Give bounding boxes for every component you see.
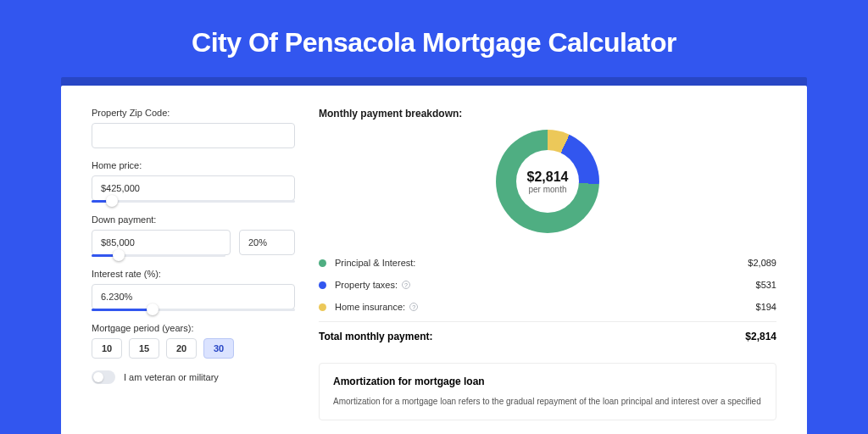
home-price-slider-thumb[interactable] (106, 195, 118, 207)
donut-sub: per month (528, 185, 566, 194)
donut-chart: $2,814 per month (496, 130, 599, 233)
period-10-button[interactable]: 10 (92, 338, 122, 359)
page-title: City Of Pensacola Mortgage Calculator (0, 0, 868, 77)
line-value: $194 (756, 302, 776, 312)
toggle-knob (93, 372, 103, 382)
breakdown-title: Monthly payment breakdown: (319, 108, 776, 120)
down-payment-field: Down payment: (92, 214, 295, 257)
results-panel: Monthly payment breakdown: $2,814 per mo… (319, 108, 776, 434)
donut-chart-wrap: $2,814 per month (319, 130, 776, 233)
mortgage-period-field: Mortgage period (years): 10 15 20 30 (92, 323, 295, 359)
amortization-box: Amortization for mortgage loan Amortizat… (319, 363, 776, 420)
zip-field: Property Zip Code: (92, 108, 295, 148)
veteran-toggle[interactable] (92, 370, 115, 384)
line-label: Property taxes: ? (335, 280, 756, 290)
inputs-panel: Property Zip Code: Home price: Down paym… (92, 108, 295, 434)
veteran-toggle-row: I am veteran or military (92, 370, 295, 384)
home-price-field: Home price: (92, 160, 295, 203)
card-backdrop: Property Zip Code: Home price: Down paym… (61, 77, 807, 434)
interest-rate-slider-thumb[interactable] (147, 303, 159, 315)
interest-rate-field: Interest rate (%): (92, 269, 295, 311)
calculator-card: Property Zip Code: Home price: Down paym… (61, 86, 807, 434)
period-20-button[interactable]: 20 (166, 338, 197, 359)
line-property-taxes: Property taxes: ? $531 (319, 274, 776, 296)
veteran-label: I am veteran or military (124, 372, 219, 382)
zip-input[interactable] (92, 123, 295, 148)
line-principal-interest: Principal & Interest: $2,089 (319, 252, 776, 274)
period-15-button[interactable]: 15 (129, 338, 159, 359)
zip-label: Property Zip Code: (92, 108, 295, 118)
interest-rate-input[interactable] (92, 284, 295, 309)
down-payment-slider[interactable] (92, 254, 225, 257)
interest-rate-label: Interest rate (%): (92, 269, 295, 279)
period-30-button[interactable]: 30 (203, 338, 234, 359)
line-label: Home insurance: ? (335, 302, 756, 312)
total-label: Total monthly payment: (319, 331, 745, 342)
down-payment-slider-thumb[interactable] (113, 249, 125, 261)
total-row: Total monthly payment: $2,814 (319, 321, 776, 351)
donut-center: $2,814 per month (516, 150, 579, 213)
amortization-title: Amortization for mortgage loan (333, 376, 762, 387)
line-home-insurance: Home insurance: ? $194 (319, 296, 776, 318)
mortgage-period-label: Mortgage period (years): (92, 323, 295, 333)
line-label: Principal & Interest: (335, 258, 748, 268)
amortization-text: Amortization for a mortgage loan refers … (333, 396, 762, 408)
mortgage-period-buttons: 10 15 20 30 (92, 338, 295, 359)
interest-rate-slider[interactable] (92, 309, 295, 311)
info-icon[interactable]: ? (409, 303, 418, 311)
donut-amount: $2,814 (527, 170, 569, 185)
line-value: $2,089 (748, 258, 776, 268)
home-price-slider[interactable] (92, 200, 295, 203)
dot-icon (319, 259, 326, 267)
dot-icon (319, 281, 326, 289)
down-payment-pct-input[interactable] (239, 230, 295, 255)
home-price-label: Home price: (92, 160, 295, 170)
home-price-input[interactable] (92, 175, 295, 201)
dot-icon (319, 303, 326, 311)
info-icon[interactable]: ? (402, 281, 410, 289)
down-payment-label: Down payment: (92, 214, 295, 225)
line-value: $531 (756, 280, 776, 290)
total-value: $2,814 (745, 331, 776, 342)
